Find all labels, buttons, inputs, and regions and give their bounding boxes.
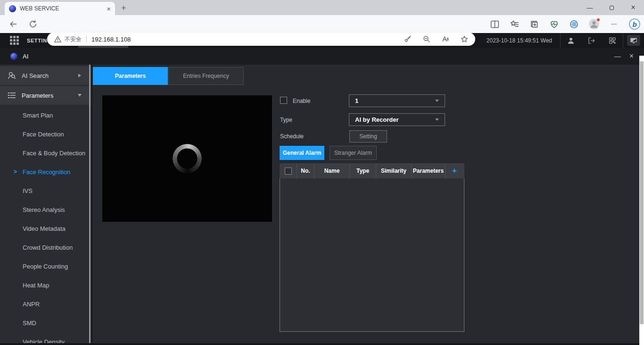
sidebar-item-crowd-distribution[interactable]: Crowd Distribution	[0, 238, 91, 257]
tab-stranger-alarm[interactable]: Stranger Alarm	[330, 146, 377, 160]
channel-dropdown[interactable]: 1	[349, 94, 445, 107]
add-rule-button[interactable]: +	[446, 163, 463, 178]
sidebar-section-ai-search[interactable]: AI Search	[0, 66, 91, 85]
select-all-cell	[280, 163, 297, 178]
browser-window-controls: — ×	[579, 0, 644, 15]
sidebar-item-stereo-analysis[interactable]: Stereo Analysis	[0, 200, 91, 219]
active-item-arrow-icon: >	[14, 168, 17, 175]
sidebar-item-label: Face Detection	[23, 131, 64, 138]
select-all-checkbox[interactable]	[285, 168, 292, 175]
dropdown-caret-icon	[435, 100, 439, 102]
split-screen-icon[interactable]	[490, 19, 500, 29]
column-header-similarity: Similarity	[376, 163, 412, 178]
tab-label: Stranger Alarm	[334, 150, 372, 156]
logout-icon[interactable]	[581, 33, 602, 48]
browser-essentials-icon[interactable]	[549, 19, 559, 29]
ai-window-icon	[10, 53, 17, 60]
table-header-row: No. Name Type Similarity Parameters +	[280, 163, 464, 178]
sidebar-item-label: ANPR	[23, 301, 40, 308]
ai-window-close-icon[interactable]: ×	[629, 52, 634, 60]
sidebar-item-label: People Counting	[23, 263, 68, 270]
sidebar-item-face-body-detection[interactable]: Face & Body Detection	[0, 143, 91, 162]
bottom-strip	[0, 343, 644, 345]
new-tab-icon[interactable]: +	[121, 4, 126, 12]
security-warning-text: 不安全	[65, 35, 82, 43]
back-icon[interactable]	[8, 19, 18, 29]
sidebar-section-label: AI Search	[22, 72, 78, 79]
window-close-icon[interactable]: ×	[622, 3, 644, 12]
bing-copilot-icon[interactable]: b	[629, 18, 640, 30]
schedule-setting-button[interactable]: Setting	[349, 130, 387, 143]
tab-entries-frequency[interactable]: Entries Frequency	[168, 67, 244, 85]
sidebar-item-people-counting[interactable]: People Counting	[0, 257, 91, 276]
sidebar-item-heat-map[interactable]: Heat Map	[0, 276, 91, 295]
tab-label: General Alarm	[283, 150, 322, 156]
loading-spinner-icon	[173, 144, 202, 173]
main-content: Parameters Entries Frequency Enable 1 Ty…	[93, 65, 639, 345]
refresh-icon[interactable]	[28, 19, 38, 29]
enable-label: Enable	[293, 98, 310, 104]
browser-tabstrip: WEB SERVICE × + — ×	[0, 0, 644, 15]
sidebar-section-label: Parameters	[22, 92, 78, 99]
sidebar-item-label: IVS	[23, 187, 33, 194]
collections-icon[interactable]	[529, 19, 539, 29]
browser-tab-title: WEB SERVICE	[20, 5, 107, 12]
tab-close-icon[interactable]: ×	[107, 5, 111, 12]
page-scrollbar-thumb[interactable]	[640, 61, 644, 324]
window-minimize-icon[interactable]: —	[579, 4, 601, 11]
enable-checkbox[interactable]	[280, 97, 287, 104]
browser-toolbar: 不安全 192.168.1.108	[0, 15, 644, 33]
column-header-parameters: Parameters	[412, 163, 446, 178]
profile-avatar[interactable]	[589, 19, 599, 29]
tab-general-alarm[interactable]: General Alarm	[280, 146, 324, 160]
chevron-right-icon	[78, 74, 81, 77]
password-key-icon[interactable]	[404, 35, 412, 43]
page-scrollbar[interactable]	[639, 56, 644, 345]
column-header-name: Name	[314, 163, 350, 178]
column-header-type: Type	[350, 163, 376, 178]
ie-mode-icon[interactable]	[569, 19, 579, 29]
user-account-icon[interactable]	[561, 33, 581, 48]
schedule-label: Schedule	[280, 133, 304, 140]
address-bar[interactable]: 不安全 192.168.1.108	[47, 33, 475, 46]
sidebar-item-smart-plan[interactable]: Smart Plan	[0, 106, 91, 125]
sidebar-item-ivs[interactable]: IVS	[0, 181, 91, 200]
more-menu-icon[interactable]: ⋯	[609, 19, 619, 29]
sidebar-item-video-metadata[interactable]: Video Metadata	[0, 219, 91, 238]
not-secure-warning-icon[interactable]	[54, 35, 62, 43]
sidebar-item-smd[interactable]: SMD	[0, 313, 91, 332]
sidebar-item-label: Crowd Distribution	[23, 244, 73, 251]
zoom-out-icon[interactable]	[422, 35, 431, 43]
ai-window-minimize-icon[interactable]: —	[614, 52, 621, 60]
live-view-monitor-icon[interactable]	[623, 33, 644, 48]
video-preview[interactable]	[102, 95, 272, 222]
browser-tab[interactable]: WEB SERVICE ×	[5, 2, 115, 15]
sidebar-item-anpr[interactable]: ANPR	[0, 295, 91, 313]
sidebar-scrollbar[interactable]	[89, 65, 91, 345]
system-timestamp: 2023-10-18 15:49:51 Wed	[487, 37, 552, 44]
sidebar-item-face-detection[interactable]: Face Detection	[0, 125, 91, 143]
tab-parameters[interactable]: Parameters	[93, 67, 168, 85]
type-label: Type	[280, 117, 292, 123]
channel-value: 1	[355, 97, 358, 104]
address-separator	[86, 36, 87, 42]
content-tabs: Parameters Entries Frequency	[93, 67, 244, 85]
site-favicon	[9, 5, 16, 12]
favorite-star-icon[interactable]	[460, 35, 469, 43]
ai-window-title: AI	[23, 53, 606, 60]
sidebar-item-label: Stereo Analysis	[23, 206, 65, 213]
dropdown-caret-icon	[435, 118, 439, 121]
ai-search-icon	[7, 71, 17, 80]
read-aloud-icon[interactable]	[441, 35, 450, 43]
sidebar-section-parameters[interactable]: Parameters	[0, 86, 91, 105]
favorites-icon[interactable]	[510, 19, 520, 29]
window-restore-icon[interactable]	[601, 4, 622, 11]
sidebar-item-face-recognition[interactable]: >Face Recognition	[0, 162, 91, 181]
qr-code-icon[interactable]	[602, 33, 623, 48]
url-text[interactable]: 192.168.1.108	[91, 36, 393, 43]
type-dropdown[interactable]: AI by Recorder	[349, 113, 445, 126]
main-menu-grid-icon[interactable]	[10, 36, 19, 45]
sidebar-item-label: Face & Body Detection	[23, 150, 85, 157]
topbar-right-group: 2023-10-18 15:49:51 Wed	[487, 33, 644, 48]
sidebar-item-label: Smart Plan	[23, 112, 53, 119]
